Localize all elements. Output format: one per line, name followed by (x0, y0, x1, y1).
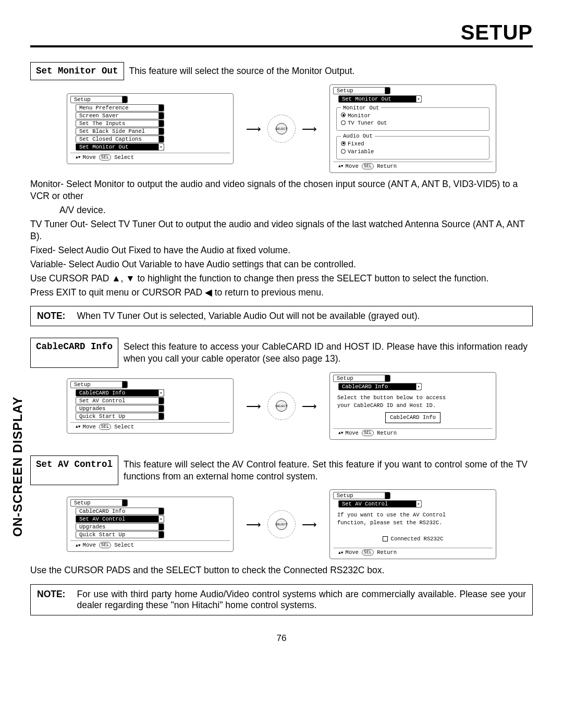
panel-subtitle-text: Set Monitor Out (342, 96, 391, 102)
menu-list: Menu Preference Screen Saver Set The Inp… (70, 104, 230, 151)
info-text: If you want to use the AV Control functi… (333, 508, 493, 546)
radio-option[interactable]: Fixed (341, 140, 485, 148)
radio-option[interactable]: Variable (341, 148, 485, 156)
panel-title: Setup (70, 96, 128, 103)
updown-icon: ▲▼ (338, 430, 344, 435)
arrow-right-icon: ⟶ (302, 519, 317, 529)
menu-item[interactable]: Set The Inputs (76, 120, 164, 127)
sel-badge: SEL (362, 549, 374, 556)
left-arrow-icon: ◀ (205, 287, 212, 298)
updown-icon: ▲▼ (76, 424, 81, 429)
screens-row-3: Setup CableCARD Info Set AV Control▸ Upg… (30, 489, 533, 559)
menu-item-label: Upgrades (79, 524, 105, 530)
cablecard-info-button[interactable]: CableCARD Info (385, 412, 440, 423)
panel-title-text: Setup (74, 500, 91, 506)
panel-subtitle[interactable]: CableCARD Info▸ (338, 383, 422, 390)
menu-item[interactable]: Set AV Control (76, 397, 164, 404)
knob-icon (158, 120, 164, 127)
footer-text: Move (346, 163, 359, 169)
knob-icon (158, 113, 164, 119)
note-label: NOTE: (37, 311, 65, 322)
panel-title: Setup (333, 375, 390, 382)
knob-icon (158, 398, 164, 404)
menu-item[interactable]: Quick Start Up (76, 413, 164, 420)
arrow-right-icon: ⟶ (302, 124, 317, 134)
group-label: Audio Out (341, 133, 375, 139)
menu-item[interactable]: Screen Saver (76, 112, 164, 119)
knob-icon (158, 413, 164, 419)
radio-filled-icon (341, 113, 346, 117)
panel-footer: ▲▼ Move SEL Return (333, 428, 493, 436)
down-arrow-icon: ▼ (126, 273, 134, 283)
menu-item-label: Set Closed Captions (79, 136, 142, 142)
body-text-part: to highlight the function to change then… (135, 273, 489, 283)
menu-item-selected[interactable]: CableCARD Info▸ (76, 389, 164, 397)
body-text: Use CURSOR PAD ▲, ▼ to highlight the fun… (30, 273, 533, 285)
checkbox-icon (383, 536, 388, 541)
radio-option[interactable]: TV Tuner Out (341, 119, 485, 127)
menu-item[interactable]: Menu Preference (76, 104, 164, 112)
menu-item-label: Quick Start Up (79, 532, 125, 538)
select-button[interactable]: SELECT (276, 123, 287, 134)
osd-right-1: Setup Set Monitor Out▸ Monitor Out Monit… (329, 84, 496, 173)
menu-item[interactable]: Upgrades (76, 405, 164, 412)
page: SETUP Set Monitor Out This feature will … (0, 0, 563, 659)
checkbox-label: Connected RS232C (391, 536, 444, 542)
menu-item-selected[interactable]: Set AV Control▸ (76, 515, 164, 523)
knob-icon (158, 136, 164, 142)
arrow-right-icon: ⟶ (246, 124, 261, 134)
knob-icon: ▸ (416, 96, 421, 102)
menu-item[interactable]: Set Black Side Panel (76, 128, 164, 135)
menu-item-label: Set AV Control (79, 516, 125, 522)
menu-item[interactable]: CableCARD Info (76, 508, 164, 515)
screens-row-2: Setup CableCARD Info▸ Set AV Control Upg… (30, 372, 533, 440)
select-button[interactable]: SELECT (276, 400, 287, 412)
knob-icon (158, 508, 164, 514)
select-control: ⟶ SELECT ⟶ (246, 510, 317, 538)
radio-label: Variable (348, 149, 374, 155)
footer-text: Select (114, 542, 134, 548)
panel-title: Setup (70, 381, 128, 388)
menu-item-label: CableCARD Info (79, 390, 125, 396)
radio-filled-icon (341, 141, 346, 146)
panel-subtitle[interactable]: Set AV Control▸ (338, 500, 422, 508)
radio-option[interactable]: Monitor (341, 112, 485, 120)
section-head-set-av: Set AV Control This feature will select … (30, 455, 533, 486)
osd-left-3: Setup CableCARD Info Set AV Control▸ Upg… (67, 497, 234, 552)
panel-footer: ▲▼ Move SEL Select (70, 540, 230, 548)
body-text: A/V device. (30, 204, 533, 216)
connected-rs232c-checkbox[interactable]: Connected RS232C (337, 535, 488, 543)
knob-icon: ▸ (416, 384, 421, 390)
menu-item-label: CableCARD Info (79, 508, 125, 514)
panel-footer: ▲▼ Move SEL Return (333, 548, 493, 556)
body-text: TV Tuner Out- Select TV Tuner Out to out… (30, 218, 533, 242)
chevron-right-icon: ▸ (160, 390, 163, 395)
body-text: Press EXIT to quit menu or CURSOR PAD ◀ … (30, 287, 533, 299)
select-wheel-icon[interactable]: SELECT (267, 115, 296, 143)
knob-icon (158, 532, 164, 538)
menu-item[interactable]: Set Closed Captions (76, 135, 164, 143)
footer-text: Move (83, 154, 96, 161)
knob-icon (385, 88, 390, 94)
menu-item[interactable]: Quick Start Up (76, 531, 164, 538)
select-button[interactable]: SELECT (276, 519, 287, 530)
radio-label: Fixed (348, 141, 364, 147)
menu-item-selected[interactable]: Set Monitor Out▸ (76, 143, 164, 151)
select-control: ⟶ SELECT ⟶ (246, 115, 317, 143)
arrow-right-icon: ⟶ (246, 519, 261, 529)
page-title: SETUP (30, 21, 533, 44)
menu-item-label: Set The Inputs (79, 120, 125, 127)
radio-empty-icon (341, 149, 346, 154)
header-rule (30, 45, 533, 47)
section-desc: This feature will select the AV Control … (118, 455, 533, 486)
osd-left-1: Setup Menu Preference Screen Saver Set T… (67, 93, 234, 164)
menu-item-label: Upgrades (79, 405, 105, 412)
info-text: Select the button below to access your C… (333, 391, 493, 426)
menu-item[interactable]: Upgrades (76, 523, 164, 530)
select-wheel-icon[interactable]: SELECT (267, 392, 296, 420)
info-line: Select the button below to access (337, 394, 488, 402)
knob-icon: ▸ (158, 516, 164, 522)
select-wheel-icon[interactable]: SELECT (267, 510, 296, 538)
panel-subtitle[interactable]: Set Monitor Out▸ (338, 95, 422, 103)
group-label: Monitor Out (341, 105, 381, 111)
